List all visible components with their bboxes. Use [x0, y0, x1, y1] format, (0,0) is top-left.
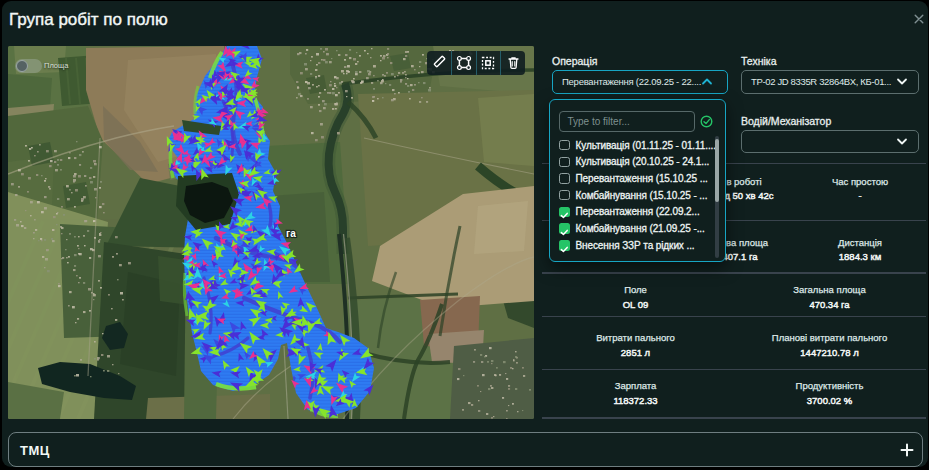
svg-text:га: га — [286, 228, 296, 239]
